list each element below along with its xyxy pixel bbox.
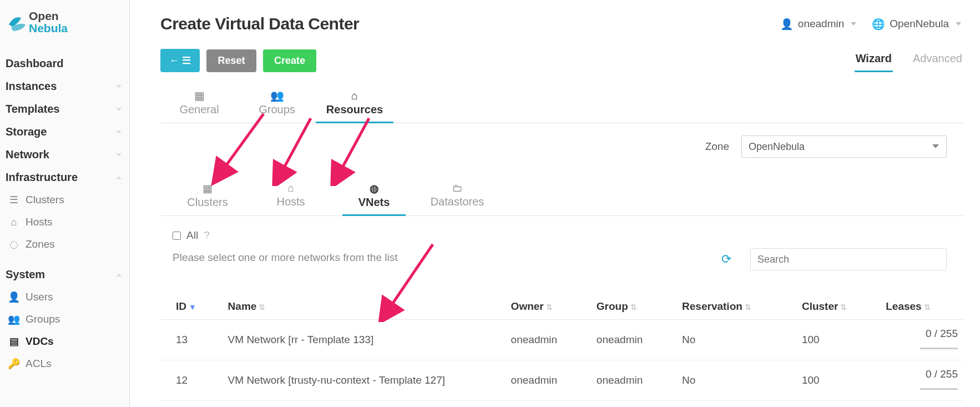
cell-group: oneadmin bbox=[591, 360, 676, 401]
sidebar-item-label: Hosts bbox=[26, 216, 53, 228]
nav-instances[interactable]: Instances bbox=[0, 75, 129, 98]
sidebar-item-clusters[interactable]: ☰Clusters bbox=[0, 189, 129, 211]
search-input[interactable] bbox=[750, 248, 947, 270]
table-row[interactable]: 12 VM Network [trusty-nu-context - Templ… bbox=[160, 360, 963, 401]
zone-label: OpenNebula bbox=[890, 18, 949, 30]
host-icon: ⌂ bbox=[8, 217, 20, 228]
cell-group: oneadmin bbox=[591, 320, 676, 360]
group-icon: 👥 bbox=[8, 313, 20, 325]
sub-tab-label: Clusters bbox=[187, 196, 228, 209]
cell-reservation: No bbox=[676, 360, 796, 401]
svg-text:Nebula: Nebula bbox=[29, 22, 68, 34]
back-button[interactable]: ← ☰ bbox=[160, 49, 200, 72]
mode-tab-advanced[interactable]: Advanced bbox=[912, 49, 963, 72]
sub-tab-datastores[interactable]: 🗀Datastores bbox=[416, 180, 499, 215]
nav-templates[interactable]: Templates bbox=[0, 98, 129, 120]
sidebar-item-vdcs[interactable]: ▤VDCs bbox=[0, 330, 129, 353]
chevron-up-icon bbox=[116, 176, 122, 179]
disk-icon: ⌂ bbox=[351, 89, 358, 102]
refresh-button[interactable]: ⟳ bbox=[721, 252, 731, 267]
reset-button[interactable]: Reset bbox=[206, 49, 256, 72]
col-id[interactable]: ID▼ bbox=[160, 294, 223, 320]
mode-tab-wizard[interactable]: Wizard bbox=[855, 49, 893, 72]
zone-field-label: Zone bbox=[705, 140, 729, 153]
sub-tab-label: Datastores bbox=[431, 195, 484, 208]
col-name[interactable]: Name⇅ bbox=[223, 294, 506, 320]
cell-cluster: 100 bbox=[796, 320, 880, 360]
chevron-down-icon bbox=[116, 108, 122, 111]
wizard-tab-label: Resources bbox=[326, 103, 383, 116]
svg-text:Open: Open bbox=[29, 9, 59, 22]
host-icon: ⌂ bbox=[287, 182, 294, 194]
globe-icon: ◌ bbox=[8, 238, 20, 250]
cell-owner: oneadmin bbox=[506, 320, 591, 360]
sub-tab-label: Hosts bbox=[276, 195, 305, 208]
cell-name: VM Network [trusty-nu-context - Template… bbox=[223, 360, 506, 401]
sidebar-item-label: Clusters bbox=[26, 194, 64, 206]
acl-icon: 🔑 bbox=[8, 358, 20, 370]
globe-icon: ◍ bbox=[370, 182, 379, 195]
user-label: oneadmin bbox=[798, 18, 844, 30]
chevron-down-icon bbox=[851, 22, 856, 26]
zone-select[interactable]: OpenNebula bbox=[741, 135, 947, 158]
wizard-tab-label: General bbox=[179, 103, 219, 116]
chevron-down-icon bbox=[116, 153, 122, 157]
clusters-icon: ▦ bbox=[203, 182, 213, 195]
sidebar-item-label: ACLs bbox=[26, 358, 51, 370]
sidebar-item-label: Zones bbox=[26, 238, 55, 250]
grid-icon: ▦ bbox=[194, 89, 205, 102]
cell-leases: 0 / 255 bbox=[880, 320, 963, 360]
cell-name: VM Network [rr - Template 133] bbox=[223, 320, 506, 360]
table-row[interactable]: 13 VM Network [rr - Template 133] oneadm… bbox=[160, 320, 963, 360]
zone-menu[interactable]: 🌐OpenNebula bbox=[872, 18, 961, 31]
topbar: Create Virtual Data Center 👤oneadmin 🌐Op… bbox=[160, 0, 963, 43]
cell-id: 12 bbox=[160, 360, 223, 401]
user-menu[interactable]: 👤oneadmin bbox=[780, 18, 856, 31]
page-title: Create Virtual Data Center bbox=[160, 14, 359, 33]
nav-infrastructure[interactable]: Infrastructure bbox=[0, 166, 129, 189]
cell-cluster: 100 bbox=[796, 360, 880, 401]
nav-network[interactable]: Network bbox=[0, 143, 129, 166]
sidebar-item-hosts[interactable]: ⌂Hosts bbox=[0, 211, 129, 233]
chevron-down-icon bbox=[116, 85, 122, 88]
col-reservation[interactable]: Reservation⇅ bbox=[676, 294, 796, 320]
sidebar-item-users[interactable]: 👤Users bbox=[0, 286, 129, 308]
help-icon[interactable]: ? bbox=[204, 229, 210, 242]
sidebar-item-groups[interactable]: 👥Groups bbox=[0, 308, 129, 330]
cell-owner: oneadmin bbox=[506, 360, 591, 401]
main-content: Create Virtual Data Center 👤oneadmin 🌐Op… bbox=[130, 0, 980, 407]
sidebar-item-acls[interactable]: 🔑ACLs bbox=[0, 353, 129, 375]
vdc-icon: ▤ bbox=[8, 335, 20, 348]
sidebar-item-label: Groups bbox=[26, 313, 60, 325]
cell-id: 13 bbox=[160, 320, 223, 360]
sidebar-item-label: Users bbox=[26, 291, 53, 303]
wizard-tab-general[interactable]: ▦General bbox=[160, 86, 238, 123]
user-icon: 👤 bbox=[8, 291, 20, 303]
sidebar-item-label: VDCs bbox=[26, 335, 54, 348]
col-cluster[interactable]: Cluster⇅ bbox=[796, 294, 880, 320]
nav-system[interactable]: System bbox=[0, 263, 129, 286]
chevron-down-icon bbox=[116, 130, 122, 134]
sub-tab-hosts[interactable]: ⌂Hosts bbox=[249, 180, 332, 215]
wizard-tab-groups[interactable]: 👥Groups bbox=[238, 86, 316, 123]
sub-tab-label: VNets bbox=[358, 196, 390, 209]
folder-icon: 🗀 bbox=[452, 182, 463, 194]
nav-storage[interactable]: Storage bbox=[0, 120, 129, 143]
create-button[interactable]: Create bbox=[263, 49, 316, 72]
select-all-checkbox[interactable] bbox=[173, 232, 181, 240]
col-group[interactable]: Group⇅ bbox=[591, 294, 676, 320]
clusters-icon: ☰ bbox=[8, 194, 20, 206]
chevron-up-icon bbox=[116, 273, 122, 277]
nav-dashboard[interactable]: Dashboard bbox=[0, 52, 129, 75]
sub-tab-clusters[interactable]: ▦Clusters bbox=[166, 180, 249, 215]
logo: Open Nebula bbox=[0, 0, 129, 51]
sub-tab-vnets[interactable]: ◍VNets bbox=[332, 180, 416, 215]
col-leases[interactable]: Leases⇅ bbox=[880, 294, 963, 320]
select-all-label: All bbox=[186, 229, 198, 242]
wizard-tab-resources[interactable]: ⌂Resources bbox=[316, 86, 393, 123]
col-owner[interactable]: Owner⇅ bbox=[506, 294, 591, 320]
sidebar: Open Nebula Dashboard Instances Template… bbox=[0, 0, 130, 407]
vnets-table: ID▼ Name⇅ Owner⇅ Group⇅ Reservation⇅ Clu… bbox=[160, 294, 963, 401]
globe-icon: 🌐 bbox=[872, 18, 885, 31]
sidebar-item-zones[interactable]: ◌Zones bbox=[0, 233, 129, 255]
